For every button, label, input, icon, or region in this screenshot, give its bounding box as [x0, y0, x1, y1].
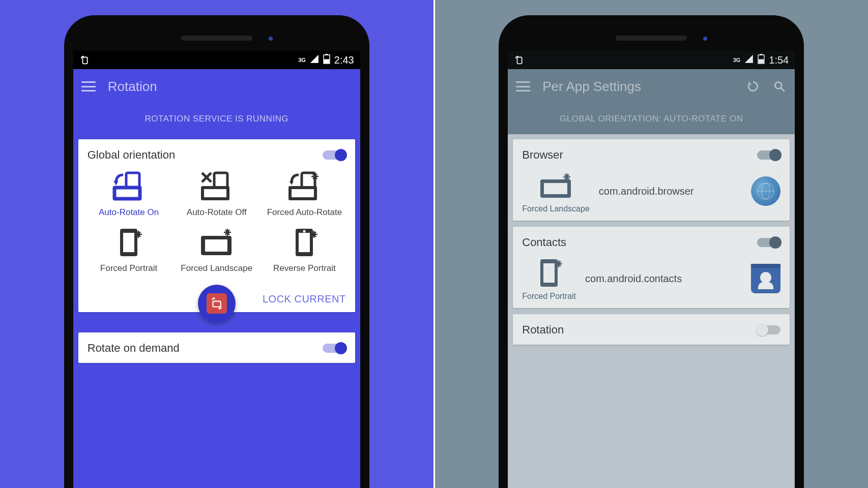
auto-rotate-on-icon [109, 169, 149, 204]
svg-point-28 [775, 82, 782, 88]
app-orientation-label: Forced Portrait [522, 292, 576, 301]
orientation-forced-landscape[interactable]: Forced Landscape [175, 225, 258, 273]
svg-rect-12 [292, 189, 314, 197]
app-card-rotation[interactable]: Rotation [513, 314, 790, 345]
orientation-forced-portrait[interactable]: Forced Portrait [88, 225, 170, 273]
rotate-on-demand-toggle[interactable] [323, 344, 346, 353]
app-card-contacts[interactable]: Contacts Forced P [513, 227, 790, 308]
status-bar: 3G 1:54 [508, 51, 795, 69]
rotate-status-icon [79, 54, 92, 66]
app-package-contacts: com.android.contacts [585, 272, 742, 285]
orientation-reverse-portrait[interactable]: Reverse Portrait [263, 225, 346, 273]
svg-rect-9 [204, 189, 226, 197]
orientation-label: Auto-Rotate Off [187, 207, 247, 218]
app-toggle-rotation[interactable] [757, 325, 780, 334]
app-title: Per App Settings [542, 79, 734, 95]
clock: 2:43 [334, 54, 354, 66]
screen-right: 3G 1:54 Per App Settings GLOBAL ORIENTAT… [508, 51, 795, 488]
orientation-label: Forced Auto-Rotate [267, 207, 342, 218]
svg-rect-6 [116, 189, 138, 197]
auto-rotate-off-icon [197, 169, 237, 204]
status-bar: 3G 2:43 [73, 51, 360, 69]
svg-rect-18 [299, 233, 310, 252]
svg-rect-2 [326, 54, 328, 55]
app-bar: Per App Settings [508, 69, 795, 104]
reverse-portrait-icon [284, 225, 324, 260]
svg-rect-23 [213, 301, 220, 307]
svg-rect-16 [205, 239, 227, 252]
signal-icon [744, 54, 754, 66]
app-title: Rotation [108, 79, 352, 95]
phone-frame-right: 3G 1:54 Per App Settings GLOBAL ORIENTAT… [499, 15, 804, 488]
phone-frame-left: 3G 2:43 Rotation ROTATION SERVICE IS RUN… [64, 15, 369, 488]
menu-icon[interactable] [516, 81, 530, 92]
global-orientation-card: Global orientation [78, 139, 355, 312]
forced-landscape-icon [197, 225, 237, 260]
app-orientation-browser: Forced Landscape [522, 169, 590, 214]
app-orientation-contacts: Forced Portrait [522, 256, 576, 301]
orientation-forced-auto-rotate[interactable]: Forced Auto-Rotate [263, 169, 346, 218]
content-area: Global orientation [73, 134, 360, 488]
global-orientation-banner: GLOBAL ORIENTATION: AUTO-ROTATE ON [508, 104, 795, 134]
svg-rect-36 [543, 263, 555, 283]
rotation-fab-icon [207, 293, 227, 314]
battery-icon [323, 54, 330, 67]
svg-rect-3 [324, 59, 329, 63]
search-icon[interactable] [772, 79, 787, 94]
screen-left: 3G 2:43 Rotation ROTATION SERVICE IS RUN… [73, 51, 360, 488]
rotation-fab[interactable] [198, 285, 236, 322]
reset-icon[interactable] [746, 79, 760, 94]
orientation-label: Forced Portrait [100, 263, 157, 273]
app-toggle-contacts[interactable] [757, 238, 780, 247]
card-title: Global orientation [88, 148, 175, 162]
svg-rect-24 [517, 57, 522, 64]
svg-rect-14 [123, 233, 134, 252]
browser-app-icon [751, 176, 780, 206]
left-panel: 3G 2:43 Rotation ROTATION SERVICE IS RUN… [0, 0, 433, 488]
forced-auto-rotate-icon [284, 169, 324, 204]
svg-rect-31 [544, 183, 567, 194]
menu-icon[interactable] [81, 81, 96, 92]
content-area: Browser Forced La [508, 134, 795, 488]
svg-point-19 [303, 230, 306, 232]
orientation-label: Auto-Rotate On [99, 207, 159, 218]
orientation-label: Reverse Portrait [273, 263, 336, 273]
card-title: Rotate on demand [88, 342, 180, 355]
network-type: 3G [298, 57, 306, 63]
app-bar: Rotation [73, 69, 360, 104]
app-toggle-browser[interactable] [757, 150, 780, 160]
app-card-browser[interactable]: Browser Forced La [513, 139, 790, 221]
global-orientation-toggle[interactable] [323, 150, 346, 160]
orientation-auto-rotate-off[interactable]: Auto-Rotate Off [175, 169, 258, 218]
network-type: 3G [733, 57, 741, 63]
svg-rect-27 [759, 59, 764, 63]
service-banner: ROTATION SERVICE IS RUNNING [73, 104, 360, 134]
app-name: Rotation [522, 323, 564, 337]
app-package-browser: com.android.browser [599, 185, 742, 197]
app-name: Contacts [522, 236, 566, 249]
clock: 1:54 [769, 54, 789, 66]
rotate-status-icon [514, 54, 526, 66]
orientation-grid: Auto-Rotate On [88, 169, 346, 273]
svg-line-29 [782, 88, 785, 92]
orientation-auto-rotate-on[interactable]: Auto-Rotate On [88, 169, 170, 218]
app-orientation-label: Forced Landscape [522, 204, 590, 214]
signal-icon [310, 54, 319, 66]
battery-icon [758, 54, 765, 67]
orientation-label: Forced Landscape [181, 263, 252, 273]
rotate-on-demand-card: Rotate on demand [78, 332, 355, 363]
contacts-app-icon [751, 264, 780, 293]
forced-portrait-icon [109, 225, 149, 260]
app-name: Browser [522, 148, 563, 162]
svg-rect-26 [760, 54, 762, 55]
right-panel: 3G 1:54 Per App Settings GLOBAL ORIENTAT… [433, 0, 869, 488]
